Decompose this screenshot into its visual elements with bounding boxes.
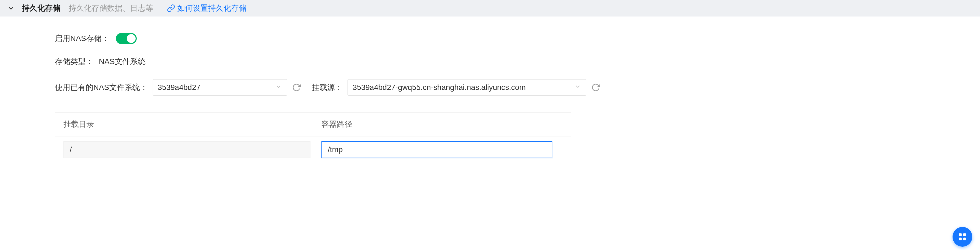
- chevron-down-icon: [275, 83, 282, 92]
- enable-nas-label: 启用NAS存储：: [55, 33, 109, 44]
- mount-source-group: 挂载源： 3539a4bd27-gwq55.cn-shanghai.nas.al…: [312, 79, 600, 96]
- enable-nas-toggle[interactable]: [116, 33, 137, 44]
- section-title: 持久化存储: [22, 3, 60, 13]
- storage-type-value: NAS文件系统: [99, 56, 145, 67]
- mount-source-select[interactable]: 3539a4bd27-gwq55.cn-shanghai.nas.aliyunc…: [348, 79, 586, 96]
- nas-fs-group: 使用已有的NAS文件系统： 3539a4bd27: [55, 79, 301, 96]
- section-header: 持久化存储 持久化存储数据、日志等 如何设置持久化存储: [0, 0, 980, 16]
- mount-table: 挂载目录 容器路径: [55, 112, 571, 163]
- link-icon: [167, 4, 175, 12]
- svg-rect-0: [959, 233, 962, 236]
- nas-fs-selected-value: 3539a4bd27: [158, 83, 200, 92]
- mount-source-label: 挂载源：: [312, 82, 343, 93]
- chevron-down-icon: [574, 83, 581, 92]
- use-existing-nas-label: 使用已有的NAS文件系统：: [55, 82, 148, 93]
- storage-type-label: 存储类型：: [55, 56, 93, 67]
- section-subtitle: 持久化存储数据、日志等: [68, 3, 153, 13]
- column-header-mount-dir: 挂载目录: [55, 112, 319, 136]
- mount-source-selected-value: 3539a4bd27-gwq55.cn-shanghai.nas.aliyunc…: [353, 83, 526, 92]
- apps-fab-button[interactable]: [953, 227, 972, 247]
- help-link[interactable]: 如何设置持久化存储: [167, 3, 247, 13]
- apps-grid-icon: [958, 232, 967, 242]
- refresh-nas-button[interactable]: [292, 83, 301, 92]
- svg-rect-3: [963, 238, 966, 240]
- enable-nas-row: 启用NAS存储：: [55, 33, 980, 44]
- table-row: [55, 136, 571, 163]
- storage-type-row: 存储类型： NAS文件系统: [55, 56, 980, 67]
- nas-fs-select[interactable]: 3539a4bd27: [153, 79, 287, 96]
- svg-rect-2: [959, 238, 962, 240]
- svg-rect-1: [963, 233, 966, 236]
- nas-select-row: 使用已有的NAS文件系统： 3539a4bd27 挂载源： 3539a4bd27…: [55, 79, 980, 96]
- container-path-input[interactable]: [321, 141, 552, 158]
- column-header-container-path: 容器路径: [319, 112, 560, 136]
- help-link-text: 如何设置持久化存储: [177, 3, 247, 13]
- mount-dir-input[interactable]: [64, 141, 310, 158]
- toggle-knob: [127, 34, 135, 43]
- refresh-mount-button[interactable]: [591, 83, 600, 92]
- form-area: 启用NAS存储： 存储类型： NAS文件系统 使用已有的NAS文件系统： 353…: [0, 16, 980, 163]
- table-header: 挂载目录 容器路径: [55, 112, 571, 136]
- collapse-chevron-icon[interactable]: [5, 3, 16, 14]
